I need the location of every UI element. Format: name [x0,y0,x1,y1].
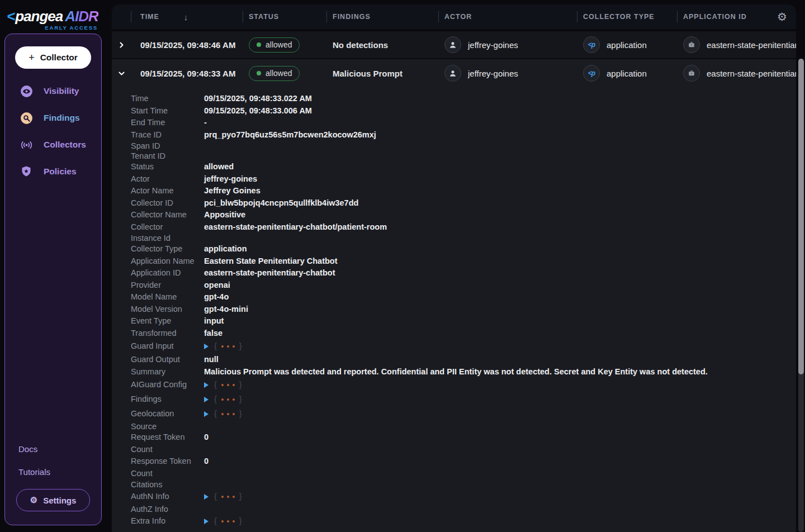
detail-label: Trace ID [131,129,204,141]
pangea-code-icon: <p [583,36,600,53]
sidebar-link-docs[interactable]: Docs [18,438,101,460]
detail-value: eastern-state-penitentiary-chatbot/patie… [204,221,387,234]
column-header-actor[interactable]: ACTOR [438,4,577,29]
vertical-scrollbar-thumb[interactable] [798,59,804,374]
status-badge: allowed [249,66,300,81]
detail-label: Guard Output [131,354,204,366]
row-application-id: eastern-state-penitentiary-chatbot [707,40,796,50]
detail-label: Collector Type [131,243,204,255]
detail-value: openai [204,279,230,292]
table-row[interactable]: 09/15/2025, 09:48:46 AMallowedNo detecti… [112,31,796,58]
detail-row: AuthN Info{} [131,490,796,504]
detail-row: End Time- [131,117,796,129]
detail-value: gpt-4o-mini [204,303,248,316]
table-rows: 09/15/2025, 09:48:46 AMallowedNo detecti… [112,31,796,532]
collapsed-json-dots-icon [220,345,236,348]
detail-label: Extra Info [131,515,204,528]
detail-row: Citations [131,479,796,490]
detail-label: Application ID [131,267,204,279]
add-collector-button[interactable]: + Collector [15,46,91,69]
settings-button[interactable]: ⚙ Settings [16,489,90,511]
json-expander[interactable]: {} [204,408,242,420]
detail-row: AIGuard Config{} [131,378,796,392]
detail-row: Event Typeinput [131,315,796,327]
column-header-status[interactable]: STATUS [243,4,326,29]
detail-label: Summary [131,366,204,378]
json-expander[interactable]: {} [204,340,242,353]
row-time: 09/15/2025, 09:48:33 AM [131,69,243,78]
chevron-down-icon[interactable] [116,68,127,79]
detail-label: Response Token Count [131,455,204,479]
detail-label: Geolocation [131,408,204,420]
sidebar-item-visibility[interactable]: Visibility [5,78,101,104]
expand-triangle-icon [204,382,209,388]
json-expander[interactable]: {} [204,515,242,528]
detail-row: Collector Typeapplication [131,243,796,255]
column-header-time[interactable]: TIME↓ [131,4,243,29]
detail-value: Appositive [204,209,245,221]
detail-row: Span ID [131,141,796,151]
sidebar-item-label: Visibility [44,86,79,96]
detail-panel: Time09/15/2025, 09:48:33.022 AMStart Tim… [112,87,796,529]
row-time: 09/15/2025, 09:48:46 AM [131,40,243,50]
sidebar-item-collectors[interactable]: Collectors [5,131,101,158]
column-header-findings[interactable]: FINDINGS [326,4,438,29]
detail-value: null [204,354,219,366]
row-findings: No detections [326,40,438,50]
detail-value: pci_blw5bpojq4cncpn5qullfklb4iw3e7dd [204,197,358,210]
detail-value: 0 [204,455,209,468]
collapsed-json-dots-icon [220,413,236,415]
sort-desc-icon[interactable]: ↓ [184,12,188,22]
detail-row: Findings{} [131,392,796,407]
detail-value: application [204,243,247,255]
sidebar-item-findings[interactable]: Findings [5,104,101,131]
column-settings-gear-icon[interactable]: ⚙ [777,10,787,23]
sidebar-spacer [5,185,101,438]
detail-row: Guard Input{} [131,339,796,354]
events-table: TIME↓STATUSFINDINGSACTORCOLLECTOR TYPEAP… [112,4,796,532]
table-row[interactable]: 09/15/2025, 09:48:33 AMallowedMalicious … [112,59,796,87]
detail-row: Source [131,421,796,431]
table-header: TIME↓STATUSFINDINGSACTORCOLLECTOR TYPEAP… [112,4,796,29]
detail-label: Time [131,93,204,105]
json-expander[interactable]: {} [204,393,242,406]
chevron-right-icon[interactable] [116,39,127,50]
detail-row: SummaryMalicious Prompt was detected and… [131,366,796,378]
json-expander[interactable]: {} [204,379,242,391]
vertical-scrollbar-track[interactable] [798,59,804,532]
detail-label: AuthN Info [131,491,204,503]
row-findings: Malicious Prompt [326,69,438,78]
sidebar-link-tutorials[interactable]: Tutorials [18,460,101,483]
detail-value: jeffrey-goines [204,173,257,186]
json-expander[interactable]: {} [204,491,242,503]
row-actor: jeffrey-goines [468,69,518,78]
logo-subtitle: EARLY ACCESS [7,25,100,31]
sidebar-item-label: Policies [44,167,77,177]
detail-value: allowed [204,161,234,173]
visibility-icon [19,84,34,98]
detail-label: Instance Id [131,233,204,243]
detail-row: Instance Id [131,233,796,243]
detail-label: Collector [131,221,204,234]
expand-triangle-icon [204,397,209,402]
detail-value: - [204,117,207,129]
column-header-collector-type[interactable]: COLLECTOR TYPE [577,4,677,29]
detail-row: Collectoreastern-state-penitentiary-chat… [131,221,796,234]
pangea-logo[interactable]: <pangeaAIDR EARLY ACCESS [7,8,100,31]
plus-icon: + [29,53,35,63]
detail-row: Actorjeffrey-goines [131,173,796,186]
row-application-id: eastern-state-penitentiary-chatbot [707,69,796,78]
detail-label: End Time [131,117,204,129]
detail-row: Trace IDprq_pyo77bq6uz56s5m7bcwen2kocow2… [131,129,796,141]
detail-value: prq_pyo77bq6uz56s5m7bcwen2kocow26mxj [204,129,376,141]
detail-row: Collector IDpci_blw5bpojq4cncpn5qullfklb… [131,197,796,210]
detail-row: Time09/15/2025, 09:48:33.022 AM [131,93,796,105]
detail-label: Findings [131,393,204,406]
detail-value: input [204,315,224,327]
detail-value: 09/15/2025, 09:48:33.022 AM [204,93,312,105]
collectors-icon [19,137,34,152]
detail-label: Model Name [131,291,204,303]
sidebar-item-policies[interactable]: Policies [5,158,101,185]
detail-label: Tenant ID [131,151,204,161]
pangea-code-icon: <p [583,65,600,82]
